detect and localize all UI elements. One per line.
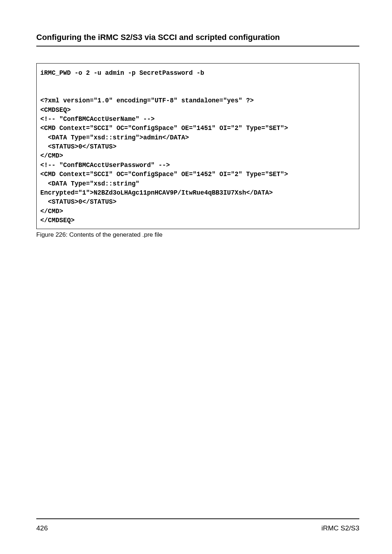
code-line: <!-- "ConfBMCAcctUserPassword" --> [40,162,170,169]
code-listing-box: iRMC_PWD -o 2 -u admin -p SecretPassword… [36,63,359,229]
code-line: <DATA Type="xsd::string">admin</DATA> [40,134,189,141]
page-footer: 426 iRMC S2/S3 [36,518,359,532]
figure-caption: Figure 226: Contents of the generated .p… [36,231,359,239]
page-header-title: Configuring the iRMC S2/S3 via SCCI and … [36,33,359,42]
code-line: iRMC_PWD -o 2 -u admin -p SecretPassword… [40,69,204,77]
code-line: <CMD Context="SCCI" OC="ConfigSpace" OE=… [40,171,288,178]
code-line: Encrypted="1">N2BZd3oLHAgc11pnHCAV9P/Itw… [40,189,273,196]
document-name: iRMC S2/S3 [321,524,359,532]
code-line: <?xml version="1.0" encoding="UTF-8" sta… [40,97,254,104]
code-line: <!-- "ConfBMCAcctUserName" --> [40,115,155,123]
code-line: <STATUS>0</STATUS> [40,143,117,150]
code-line: </CMDSEQ> [40,217,75,224]
code-line: <CMD Context="SCCI" OC="ConfigSpace" OE=… [40,125,288,132]
header-divider [36,46,359,46]
code-line: </CMD> [40,152,63,159]
code-line: <DATA Type="xsd::string" [40,180,143,187]
code-line: <STATUS>0</STATUS> [40,198,117,205]
code-line: </CMD> [40,208,63,215]
page-number: 426 [36,524,48,532]
code-line: <CMDSEQ> [40,106,71,114]
footer-row: 426 iRMC S2/S3 [36,524,359,532]
footer-divider [36,518,359,519]
